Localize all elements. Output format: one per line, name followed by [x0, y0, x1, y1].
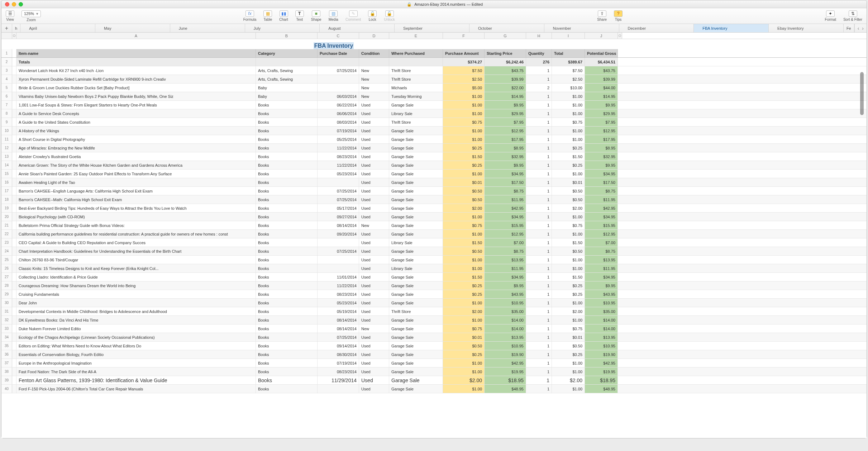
cell[interactable]: Garage Sale — [389, 324, 443, 333]
cell[interactable]: $1.50 — [552, 238, 585, 247]
cell[interactable]: $14.95 — [585, 92, 618, 100]
cell[interactable]: $1.00 — [552, 127, 585, 135]
cell[interactable]: Best-Ever Backyard Birding Tips: Hundred… — [16, 204, 256, 212]
cell[interactable]: $42.95 — [585, 204, 618, 212]
cell[interactable]: $10.95 — [585, 299, 618, 307]
cell[interactable]: $32.95 — [585, 152, 618, 161]
row-header[interactable]: 12 — [1, 144, 12, 152]
cell[interactable]: $43.95 — [585, 290, 618, 298]
cell[interactable]: Garage Sale — [389, 187, 443, 195]
close-icon[interactable] — [5, 2, 9, 6]
cell[interactable]: $19.90 — [485, 350, 526, 359]
cell[interactable]: Garage Sale — [389, 101, 443, 109]
cell[interactable]: Chilton 26760 83-96 Tbird/Cougar — [16, 256, 256, 264]
cell[interactable]: 2 — [526, 84, 552, 92]
cell[interactable]: $7.00 — [585, 238, 618, 247]
cell[interactable]: Total — [552, 49, 585, 57]
cell[interactable]: Awaken Healing Light of the Tao — [16, 178, 256, 186]
cell[interactable]: $1.00 — [443, 170, 485, 178]
cell[interactable]: $42.95 — [485, 204, 526, 212]
cell[interactable]: Books — [256, 187, 318, 195]
cell[interactable]: Used — [359, 135, 389, 143]
cell[interactable]: $0.50 — [552, 247, 585, 255]
comment-icon[interactable]: ✎ — [349, 10, 358, 17]
cell[interactable]: Books — [256, 135, 318, 143]
row-header[interactable]: 20 — [1, 213, 12, 221]
cell[interactable]: $0.75 — [552, 221, 585, 229]
row-header[interactable]: 34 — [1, 333, 12, 341]
cell[interactable]: $9.95 — [485, 161, 526, 169]
cell[interactable]: Purchase Date — [318, 49, 359, 57]
cell[interactable]: 07/25/2014 — [318, 66, 359, 75]
cell[interactable]: Used — [359, 350, 389, 359]
cell[interactable]: 1 — [526, 161, 552, 169]
cell[interactable]: $15.95 — [585, 221, 618, 229]
cell[interactable]: $2.00 — [552, 307, 585, 315]
cell[interactable]: A Short Course in Digital Photography — [16, 135, 256, 143]
cell[interactable]: Garage Sale — [389, 281, 443, 290]
cell[interactable]: $22.00 — [485, 84, 526, 92]
cell[interactable]: Books — [256, 109, 318, 118]
cell[interactable]: 1 — [526, 118, 552, 126]
row-header[interactable]: 8 — [1, 109, 12, 118]
cell[interactable]: $10.95 — [485, 342, 526, 350]
cell[interactable]: $43.95 — [485, 290, 526, 298]
row-header[interactable]: 1 — [1, 49, 12, 57]
cell[interactable]: Used — [359, 161, 389, 169]
cell[interactable]: Garage Sale — [389, 195, 443, 204]
row-header[interactable]: 25 — [1, 256, 12, 264]
cell[interactable]: $1.00 — [443, 230, 485, 238]
cell[interactable]: 08/23/2014 — [318, 290, 359, 298]
row-header[interactable]: 38 — [1, 367, 12, 376]
cell[interactable]: 08/23/2014 — [318, 152, 359, 161]
cell[interactable]: $389.67 — [552, 58, 585, 66]
cell[interactable]: $42.95 — [485, 359, 526, 367]
row-header[interactable]: 32 — [1, 316, 12, 324]
row-header[interactable]: 35 — [1, 342, 12, 350]
cell[interactable]: $34.95 — [485, 170, 526, 178]
cell[interactable]: Quantity — [526, 49, 552, 57]
text-icon[interactable]: T — [295, 10, 304, 17]
cell[interactable]: Books — [256, 342, 318, 350]
cell[interactable]: CEO Capital: A Guide to Building CEO Rep… — [16, 238, 256, 247]
cell[interactable]: 1 — [526, 170, 552, 178]
cell[interactable]: $7.95 — [585, 118, 618, 126]
cell[interactable]: Europe in the Anthropological Imaginatio… — [16, 359, 256, 367]
cell[interactable]: Books — [256, 152, 318, 161]
cell[interactable]: $0.01 — [552, 178, 585, 186]
cell[interactable]: Cruising Fundamentals — [16, 290, 256, 298]
cell[interactable]: $1.00 — [443, 213, 485, 221]
cell[interactable]: $35.00 — [485, 307, 526, 315]
cell[interactable]: 1 — [526, 195, 552, 204]
cell[interactable]: $48.95 — [485, 385, 526, 393]
cell[interactable]: Garage Sale — [389, 230, 443, 238]
cell[interactable]: Used — [359, 333, 389, 341]
cell[interactable]: $1.00 — [443, 109, 485, 118]
cell[interactable]: Used — [359, 307, 389, 315]
cell[interactable]: $18.95 — [585, 376, 618, 384]
cell[interactable]: Thrift Store — [389, 66, 443, 75]
cell[interactable]: Garage Sale — [389, 152, 443, 161]
cell[interactable]: Books — [256, 238, 318, 247]
cell[interactable]: Editors on Editing: What Writers Need to… — [16, 342, 256, 350]
cell[interactable]: $1.00 — [552, 264, 585, 272]
cell[interactable]: $1.00 — [552, 101, 585, 109]
cell[interactable]: $1.00 — [552, 92, 585, 100]
cell[interactable] — [318, 238, 359, 247]
cell[interactable]: Garage Sale — [389, 359, 443, 367]
cell[interactable] — [318, 178, 359, 186]
cell[interactable]: $1.50 — [552, 273, 585, 281]
table-title[interactable]: FBA Inventory — [314, 42, 354, 49]
cell[interactable]: Books — [256, 324, 318, 333]
cell[interactable]: Library Sale — [389, 238, 443, 247]
cell[interactable]: Used — [359, 118, 389, 126]
cell[interactable]: $44.00 — [585, 84, 618, 92]
row-header[interactable]: 13 — [1, 152, 12, 161]
cell[interactable]: $7.95 — [485, 118, 526, 126]
cell[interactable]: 06/03/2014 — [318, 92, 359, 100]
cell[interactable]: Courageous Dreaming: How Shamans Dream t… — [16, 281, 256, 290]
row-header[interactable]: 23 — [1, 238, 12, 247]
cell[interactable] — [318, 385, 359, 393]
cell[interactable]: Used — [359, 152, 389, 161]
cell[interactable]: $19.95 — [485, 367, 526, 376]
